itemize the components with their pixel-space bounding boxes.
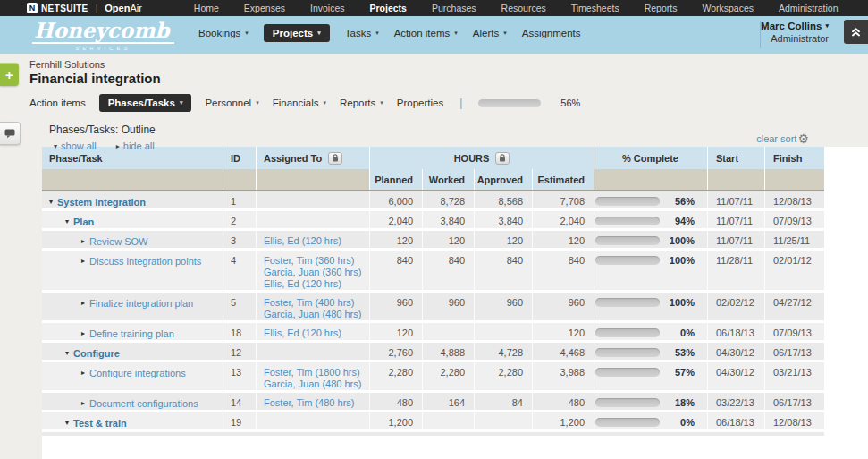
table-row: ▸ Review SOW 3 Ellis, Ed (120 hrs) 120 1… [42, 231, 824, 251]
lock-button[interactable] [495, 152, 510, 165]
tab-personnel[interactable]: Personnel▾ [205, 98, 258, 108]
planned-hours-cell: 120 [370, 231, 423, 248]
subnav-item-bookings[interactable]: Bookings▾ [198, 28, 249, 38]
assignee-link[interactable]: Garcia, Juan (360 hrs) [264, 267, 369, 278]
task-link[interactable]: Plan [73, 217, 94, 228]
pct-complete-cell: 100% [594, 251, 708, 290]
phases-tasks-table: Phase/Task ID Assigned To HOURS % Comple… [42, 147, 824, 459]
topnav-item-expenses[interactable]: Expenses [244, 3, 285, 13]
subnav-item-tasks[interactable]: Tasks▾ [345, 28, 379, 38]
subnav-item-action-items[interactable]: Action items▾ [394, 28, 458, 38]
expand-arrow-icon[interactable]: ▾ [65, 418, 69, 429]
task-link[interactable]: Review SOW [89, 236, 147, 248]
task-link[interactable]: Configure integrations [89, 368, 186, 379]
topnav-item-workspaces[interactable]: Workspaces [702, 3, 754, 13]
project-header-zone: + Fernhill Solutions Financial integrati… [0, 54, 868, 147]
planned-hours-cell: 480 [370, 393, 423, 410]
task-link[interactable]: Define training plan [89, 328, 174, 340]
user-menu[interactable]: Marc Collins▾ Administrator [761, 21, 829, 44]
subnav-item-assignments[interactable]: Assignments [522, 28, 581, 38]
assignee-link[interactable]: Garcia, Juan (480 hrs) [264, 309, 369, 320]
assignee-link[interactable]: Ellis, Ed (120 hrs) [264, 327, 369, 339]
subnav-item-alerts[interactable]: Alerts▾ [473, 28, 507, 38]
honeycomb-logo: Honeycomb SERVICES [32, 19, 174, 51]
assignee-link[interactable]: Ellis, Ed (120 hrs) [264, 235, 369, 247]
chevron-down-icon: ▾ [825, 22, 829, 30]
chevron-down-icon: ▾ [180, 99, 183, 106]
clear-sort-link[interactable]: clear sort⚙ [756, 133, 809, 144]
assignee-link[interactable]: Foster, Tim (360 hrs) [264, 255, 369, 267]
estimated-hours-cell: 960 [533, 293, 594, 320]
expand-arrow-icon[interactable]: ▾ [49, 197, 53, 208]
topnav-item-purchases[interactable]: Purchases [432, 3, 476, 13]
task-link[interactable]: Finalize integration plan [89, 298, 193, 310]
progress-bar [595, 236, 660, 245]
approved-hours-cell [475, 323, 533, 340]
approved-hours-cell: 3,840 [475, 211, 533, 228]
expand-arrow-icon[interactable]: ▸ [81, 368, 85, 378]
table-row: ▸ Document configurations 14 Foster, Tim… [42, 393, 824, 412]
expand-arrow-icon[interactable]: ▸ [81, 398, 85, 409]
hide-all-link[interactable]: ▸hide all [116, 140, 155, 151]
tab-financials[interactable]: Financials▾ [273, 98, 326, 108]
planned-hours-cell: 840 [370, 251, 423, 290]
assignee-link[interactable]: Garcia, Juan (480 hrs) [264, 378, 369, 390]
tab-phases-tasks[interactable]: Phases/Tasks▾ [99, 94, 192, 112]
progress-bar [595, 348, 660, 357]
column-header-approved[interactable]: Approved [475, 169, 533, 190]
column-header-worked[interactable]: Worked [423, 169, 475, 190]
expand-arrow-icon[interactable]: ▸ [81, 256, 85, 267]
column-header-estimated[interactable]: Estimated [533, 169, 594, 190]
id-cell: 3 [223, 231, 257, 248]
tab-action-items[interactable]: Action items [29, 98, 86, 108]
expand-arrow-icon[interactable]: ▸ [81, 328, 85, 339]
assignee-link[interactable]: Foster, Tim (1800 hrs) [264, 367, 369, 378]
task-link[interactable]: Discuss integration points [89, 256, 201, 268]
task-link[interactable]: Document configurations [89, 398, 198, 410]
start-date-cell: 04/30/12 [708, 362, 765, 390]
gear-icon[interactable]: ⚙ [797, 133, 809, 144]
comment-button[interactable] [0, 122, 21, 145]
user-name[interactable]: Marc Collins▾ [761, 21, 829, 31]
task-link[interactable]: System integration [57, 197, 146, 208]
planned-hours-cell: 960 [370, 293, 423, 320]
column-header-planned[interactable]: Planned [370, 169, 423, 190]
pct-complete-cell: 100% [594, 293, 708, 320]
topnav-item-invoices[interactable]: Invoices [310, 3, 345, 13]
show-all-link[interactable]: ▾show all [54, 140, 97, 151]
finish-date-cell: 12/08/13 [765, 412, 824, 429]
topnav-item-home[interactable]: Home [194, 3, 219, 13]
estimated-hours-cell: 120 [533, 231, 594, 248]
topnav-item-resources[interactable]: Resources [501, 3, 546, 13]
expand-arrow-icon[interactable]: ▸ [81, 298, 85, 309]
netsuite-openair-brand: N NETSUITE | OpenAir [27, 3, 142, 13]
topnav-item-reports[interactable]: Reports [645, 3, 678, 13]
tab-reports[interactable]: Reports▾ [340, 98, 383, 108]
topnav-item-projects[interactable]: Projects [370, 3, 407, 13]
progress-label: 94% [666, 217, 695, 226]
task-link[interactable]: Configure [73, 348, 120, 360]
expand-arrow-icon[interactable]: ▸ [81, 236, 85, 247]
expand-arrow-icon[interactable]: ▾ [65, 348, 69, 359]
approved-hours-cell: 84 [475, 393, 533, 410]
collapse-header-button[interactable] [844, 20, 868, 44]
add-button[interactable]: + [0, 63, 19, 86]
lock-button[interactable] [328, 152, 342, 165]
chevron-down-icon: ▾ [256, 99, 259, 106]
planned-hours-cell: 2,280 [370, 362, 423, 390]
planned-hours-cell: 2,040 [370, 211, 423, 228]
worked-hours-cell [423, 323, 475, 340]
topnav-item-timesheets[interactable]: Timesheets [571, 3, 619, 13]
progress-bar [595, 298, 660, 307]
expand-arrow-icon[interactable]: ▾ [65, 217, 69, 227]
assignee-link[interactable]: Ellis, Ed (120 hrs) [264, 278, 369, 290]
assignee-link[interactable]: Foster, Tim (480 hrs) [264, 397, 369, 409]
task-link[interactable]: Test & train [73, 418, 127, 429]
chevron-down-icon: ▾ [245, 30, 249, 37]
topnav-item-administration[interactable]: Administration [779, 3, 839, 13]
assignee-link[interactable]: Foster, Tim (480 hrs) [264, 297, 369, 309]
progress-label: 0% [666, 328, 695, 338]
start-date-cell: 02/02/12 [708, 293, 765, 320]
subnav-item-projects[interactable]: Projects▾ [264, 24, 330, 42]
tab-properties[interactable]: Properties [397, 98, 443, 108]
